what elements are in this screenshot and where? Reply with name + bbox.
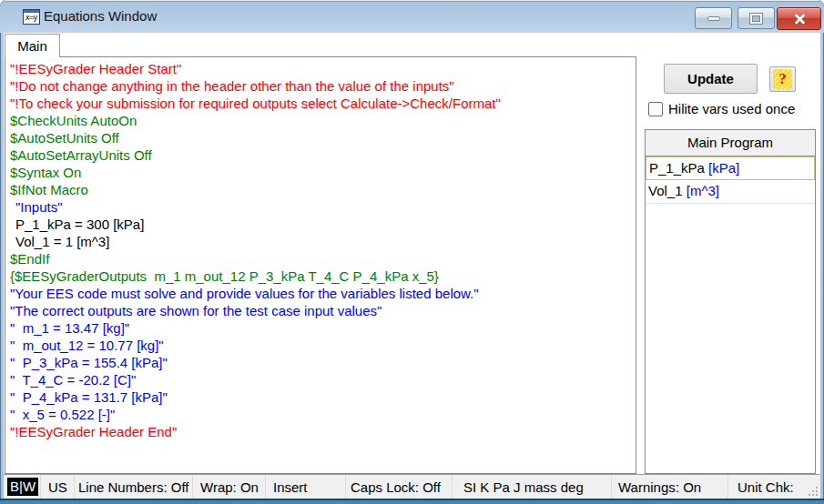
window-bottom-frame xyxy=(0,499,824,504)
editor-line[interactable]: " m_out_12 = 10.77 [kg]" xyxy=(10,337,632,354)
hilite-vars-row[interactable]: Hilite vars used once xyxy=(648,100,795,117)
hilite-checkbox[interactable] xyxy=(648,102,663,116)
minimize-icon xyxy=(707,16,720,21)
status-b-w[interactable]: B|W xyxy=(4,475,41,499)
editor-line[interactable]: $CheckUnits AutoOn xyxy=(10,112,632,129)
variable-unit: [m^3] xyxy=(683,183,719,198)
app-icon-label: x=y xyxy=(24,13,39,23)
titlebar[interactable]: x=y Equations Window xyxy=(0,0,824,33)
editor-line[interactable]: $AutoSetArrayUnits Off xyxy=(10,146,632,164)
editor-line[interactable]: "The correct outputs are shown for the t… xyxy=(10,302,632,319)
editor-line[interactable]: " T_4_C = -20.2 [C]" xyxy=(10,371,632,388)
equations-window: x=y Equations Window Main "!EESyGrader H… xyxy=(0,0,824,504)
variable-name: P_1_kPa xyxy=(649,160,705,176)
help-button[interactable]: ? xyxy=(769,66,796,92)
editor-line[interactable]: " P_4_kPa = 131.7 [kPa]" xyxy=(10,388,632,406)
tab-main-label: Main xyxy=(17,38,47,54)
editor-line[interactable]: $Syntax On xyxy=(10,164,632,181)
variable-row[interactable]: Vol_1 [m^3] xyxy=(646,180,815,204)
status-us[interactable]: US xyxy=(41,475,75,499)
editor-line[interactable]: "!Do not change anything in the header o… xyxy=(10,77,632,95)
maximize-icon xyxy=(750,14,762,24)
status-bar: B|WUSLine Numbers: OffWrap: OnInsertCaps… xyxy=(4,474,820,499)
editor-line[interactable]: "Your EES code must solve and provide va… xyxy=(10,285,632,302)
app-icon[interactable]: x=y xyxy=(23,9,40,25)
editor-line[interactable]: "!EESyGrader Header Start" xyxy=(10,60,632,77)
program-panel-header: Main Program xyxy=(646,130,815,156)
maximize-button[interactable] xyxy=(738,7,775,29)
editor-line[interactable]: "Inputs" xyxy=(10,198,632,216)
status-caps-lock-off[interactable]: Caps Lock: Off xyxy=(346,475,453,499)
variable-name: Vol_1 xyxy=(648,183,683,198)
editor-line[interactable]: $IfNot Macro xyxy=(10,181,632,198)
status-unit-chk[interactable]: Unit Chk: xyxy=(728,475,802,499)
window-title: Equations Window xyxy=(44,0,157,33)
status-insert[interactable]: Insert xyxy=(266,475,346,499)
editor-line[interactable]: "!EESyGrader Header End" xyxy=(10,423,632,440)
help-icon: ? xyxy=(773,69,792,89)
update-button[interactable]: Update xyxy=(664,64,758,94)
editor-line[interactable]: Vol_1 = 1 [m^3] xyxy=(10,233,632,250)
editor-line[interactable]: $AutoSetUnits Off xyxy=(10,129,632,146)
editor[interactable]: "!EESyGrader Header Start""!Do not chang… xyxy=(5,56,636,474)
editor-line[interactable]: " x_5 = 0.522 [-]" xyxy=(10,406,632,423)
status-line-numbers-off[interactable]: Line Numbers: Off xyxy=(75,475,193,499)
main-program-panel: Main Program P_1_kPa [kPa]Vol_1 [m^3] xyxy=(645,129,816,474)
editor-line[interactable]: " P_3_kPa = 155.4 [kPa]" xyxy=(10,354,632,371)
editor-line[interactable]: "!To check your submission for required … xyxy=(10,95,632,112)
variable-unit: [kPa] xyxy=(705,160,739,176)
editor-line[interactable]: $EndIf xyxy=(10,250,632,267)
status-si-k-pa-j-mass-deg[interactable]: SI K Pa J mass deg xyxy=(453,475,612,499)
editor-line[interactable]: {$EESyGraderOutputs m_1 m_out_12 P_3_kPa… xyxy=(10,267,632,285)
editor-line[interactable]: P_1_kPa = 300 [kPa] xyxy=(10,216,632,233)
variable-list: P_1_kPa [kPa]Vol_1 [m^3] xyxy=(646,156,815,204)
editor-line[interactable]: " m_1 = 13.47 [kg]" xyxy=(10,319,632,337)
resize-grip[interactable] xyxy=(807,485,818,496)
minimize-button[interactable] xyxy=(695,7,732,29)
status-wrap-on[interactable]: Wrap: On xyxy=(193,475,266,499)
close-icon xyxy=(793,13,806,25)
status-warnings-on[interactable]: Warnings: On xyxy=(612,475,728,499)
close-button[interactable] xyxy=(777,7,821,30)
variable-row[interactable]: P_1_kPa [kPa] xyxy=(646,156,815,180)
bw-toggle-chip: B|W xyxy=(7,478,38,496)
hilite-label: Hilite vars used once xyxy=(668,101,795,116)
tab-main[interactable]: Main xyxy=(5,34,60,57)
